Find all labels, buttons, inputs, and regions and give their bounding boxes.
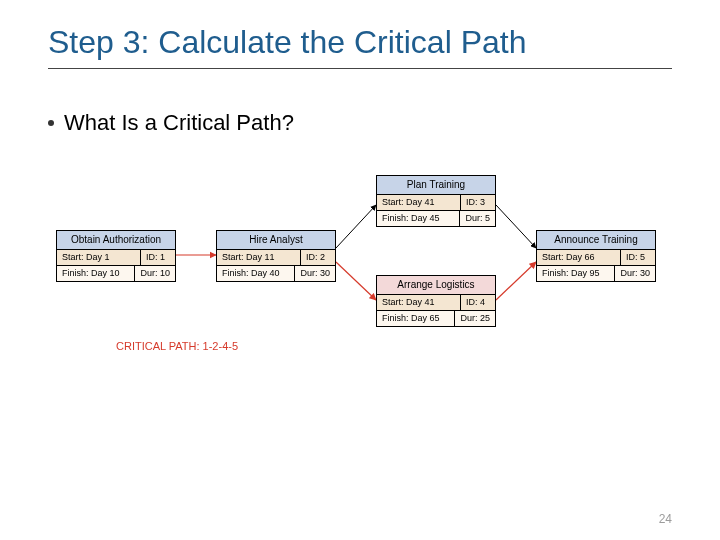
- task-start: Start: Day 11: [217, 250, 301, 265]
- task-finish: Finish: Day 95: [537, 266, 615, 281]
- bullet-text: What Is a Critical Path?: [64, 110, 294, 136]
- bullet-item: What Is a Critical Path?: [48, 110, 294, 136]
- task-id: ID: 2: [301, 250, 335, 265]
- task-dur: Dur: 5: [460, 211, 495, 226]
- task-name: Announce Training: [537, 231, 655, 250]
- task-dur: Dur: 30: [615, 266, 655, 281]
- critical-path-label: CRITICAL PATH: 1-2-4-5: [116, 340, 238, 352]
- task-node-3: Plan Training Start: Day 41 ID: 3 Finish…: [376, 175, 496, 227]
- task-node-2: Hire Analyst Start: Day 11 ID: 2 Finish:…: [216, 230, 336, 282]
- task-dur: Dur: 25: [455, 311, 495, 326]
- title-underline: [48, 68, 672, 69]
- critical-path-diagram: Obtain Authorization Start: Day 1 ID: 1 …: [56, 170, 676, 370]
- arrow-3-5: [496, 205, 536, 248]
- task-finish: Finish: Day 45: [377, 211, 460, 226]
- task-start: Start: Day 66: [537, 250, 621, 265]
- task-dur: Dur: 10: [135, 266, 175, 281]
- task-id: ID: 4: [461, 295, 495, 310]
- task-finish: Finish: Day 65: [377, 311, 455, 326]
- arrow-2-3: [336, 205, 376, 248]
- page-number: 24: [659, 512, 672, 526]
- task-finish: Finish: Day 10: [57, 266, 135, 281]
- arrow-2-4: [336, 262, 376, 300]
- task-name: Plan Training: [377, 176, 495, 195]
- task-name: Hire Analyst: [217, 231, 335, 250]
- task-name: Arrange Logistics: [377, 276, 495, 295]
- arrow-4-5: [496, 262, 536, 300]
- task-start: Start: Day 1: [57, 250, 141, 265]
- task-name: Obtain Authorization: [57, 231, 175, 250]
- task-start: Start: Day 41: [377, 195, 461, 210]
- task-start: Start: Day 41: [377, 295, 461, 310]
- task-id: ID: 1: [141, 250, 175, 265]
- task-dur: Dur: 30: [295, 266, 335, 281]
- slide-title: Step 3: Calculate the Critical Path: [48, 24, 526, 61]
- task-id: ID: 5: [621, 250, 655, 265]
- task-node-1: Obtain Authorization Start: Day 1 ID: 1 …: [56, 230, 176, 282]
- task-node-5: Announce Training Start: Day 66 ID: 5 Fi…: [536, 230, 656, 282]
- task-finish: Finish: Day 40: [217, 266, 295, 281]
- task-id: ID: 3: [461, 195, 495, 210]
- bullet-dot-icon: [48, 120, 54, 126]
- task-node-4: Arrange Logistics Start: Day 41 ID: 4 Fi…: [376, 275, 496, 327]
